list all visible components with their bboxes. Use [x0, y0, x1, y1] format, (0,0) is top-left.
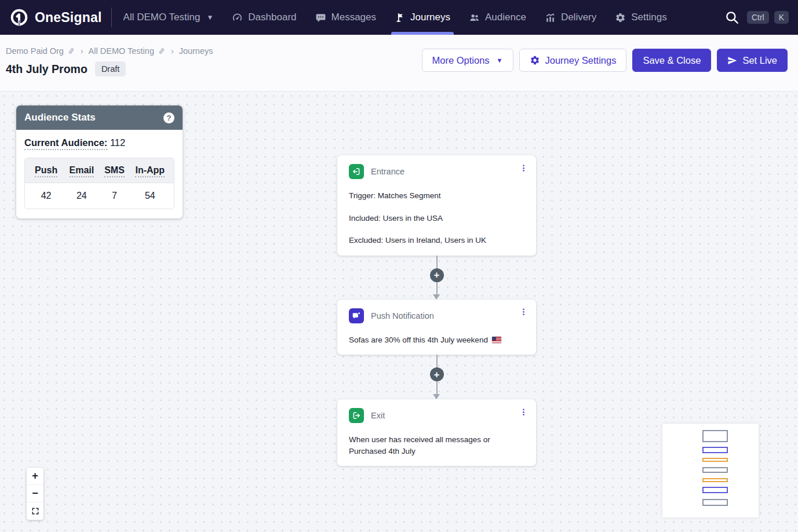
chevron-right-icon: › — [171, 46, 174, 56]
column-push: Push — [28, 165, 64, 176]
entrance-icon — [349, 164, 364, 179]
audience-stats-title: Audience Stats — [24, 112, 96, 123]
audience-stats-panel: Audience Stats ? Current Audience: 112 P… — [16, 105, 183, 218]
minimap-node — [702, 499, 728, 506]
brand-name: OneSignal — [35, 10, 102, 25]
node-title: Entrance — [371, 167, 405, 176]
gauge-icon — [232, 12, 243, 23]
chat-icon — [315, 12, 326, 23]
channel-stats-head: Push Email SMS In-App — [25, 158, 174, 183]
connector: + — [337, 256, 536, 300]
flag-icon — [395, 12, 405, 23]
node-head: Exit — [349, 408, 524, 423]
chevron-down-icon: ▼ — [497, 57, 503, 64]
search-icon[interactable] — [724, 10, 739, 25]
people-icon — [469, 12, 480, 23]
kebab-menu-icon[interactable] — [518, 307, 529, 318]
chevron-right-icon: › — [81, 46, 83, 56]
entrance-included: Included: Users in the USA — [349, 213, 524, 224]
minimap-node — [702, 458, 728, 462]
connector: + — [337, 355, 536, 399]
link-icon — [158, 47, 166, 55]
breadcrumb-app-link[interactable]: All DEMO Testing — [89, 46, 166, 56]
minimap-node — [702, 430, 728, 442]
zoom-out-button[interactable]: − — [27, 485, 43, 502]
value-email: 24 — [64, 191, 99, 201]
column-sms: SMS — [100, 165, 130, 176]
nav-right: Ctrl K — [724, 10, 789, 25]
link-icon — [67, 47, 75, 55]
column-email: Email — [64, 165, 99, 176]
kebab-menu-icon[interactable] — [518, 162, 529, 174]
app-selector-dropdown[interactable]: All DEMO Testing ▼ — [114, 0, 223, 35]
journey-flow: Entrance Trigger: Matches Segment Includ… — [337, 155, 536, 466]
nav-item-audience[interactable]: Audience — [460, 0, 535, 35]
onesignal-logo-icon — [9, 8, 29, 27]
page-title: 4th July Promo — [6, 63, 88, 76]
entrance-excluded: Excluded: Users in Ireland, Users in UK — [349, 235, 524, 246]
exit-icon — [349, 408, 364, 423]
nav-item-delivery[interactable]: Delivery — [535, 0, 606, 35]
node-push-notification[interactable]: Push Notification Sofas are 30% off this… — [337, 300, 536, 355]
journey-canvas[interactable]: Audience Stats ? Current Audience: 112 P… — [0, 92, 798, 532]
top-navbar: OneSignal All DEMO Testing ▼ Dashboard — [0, 0, 798, 35]
audience-stats-header: Audience Stats ? — [16, 105, 183, 130]
paper-plane-icon — [727, 56, 737, 65]
kebab-menu-icon[interactable] — [518, 406, 529, 418]
push-notification-icon — [349, 308, 364, 323]
more-options-button[interactable]: More Options ▼ — [422, 49, 513, 72]
chart-icon — [545, 12, 556, 23]
help-icon[interactable]: ? — [163, 112, 174, 123]
chevron-down-icon: ▼ — [206, 13, 213, 21]
audience-stats-body: Current Audience: 112 Push Email SMS In-… — [16, 130, 183, 218]
set-live-button[interactable]: Set Live — [717, 49, 788, 72]
add-step-button[interactable]: + — [430, 268, 444, 282]
value-sms: 7 — [100, 191, 130, 201]
node-head: Push Notification — [349, 308, 524, 323]
brand-logo[interactable]: OneSignal — [9, 8, 102, 27]
minimap[interactable] — [662, 424, 759, 518]
zoom-in-button[interactable]: + — [27, 468, 43, 485]
minimap-node — [702, 447, 728, 453]
push-message: Sofas are 30% off this 4th July weekend — [349, 334, 524, 346]
nav-item-dashboard[interactable]: Dashboard — [223, 0, 305, 35]
fit-view-button[interactable] — [27, 502, 43, 520]
shortcut-key-k: K — [774, 11, 789, 24]
node-head: Entrance — [349, 164, 524, 179]
node-title: Push Notification — [371, 311, 434, 320]
breadcrumb-org-link[interactable]: Demo Paid Org — [6, 46, 75, 56]
entrance-trigger: Trigger: Matches Segment — [349, 190, 524, 202]
node-entrance[interactable]: Entrance Trigger: Matches Segment Includ… — [337, 155, 536, 256]
current-audience-value: 112 — [110, 137, 125, 148]
zoom-controls: + − — [27, 468, 43, 520]
nav-item-messages[interactable]: Messages — [306, 0, 385, 35]
title-row: 4th July Promo Draft — [6, 61, 126, 76]
current-audience: Current Audience: 112 — [24, 137, 174, 148]
save-close-button[interactable]: Save & Close — [632, 49, 711, 72]
header-actions: More Options ▼ Journey Settings Save & C… — [422, 49, 788, 72]
breadcrumb-journeys[interactable]: Journeys — [179, 46, 213, 56]
us-flag-icon — [492, 337, 501, 343]
nav-divider — [111, 8, 112, 27]
status-badge: Draft — [95, 61, 126, 76]
journey-editor: OneSignal All DEMO Testing ▼ Dashboard — [0, 0, 798, 532]
journey-settings-button[interactable]: Journey Settings — [519, 49, 627, 72]
arrow-down-icon — [433, 294, 440, 300]
gear-icon — [615, 12, 626, 23]
nav-item-journeys[interactable]: Journeys — [385, 0, 460, 35]
value-inapp: 54 — [130, 191, 170, 201]
node-exit[interactable]: Exit When user has received all messages… — [337, 399, 536, 466]
column-inapp: In-App — [130, 165, 170, 176]
nav-items: All DEMO Testing ▼ Dashboard — [114, 0, 676, 35]
page-header: Demo Paid Org › All DEMO Testing — [0, 35, 798, 92]
channel-stats-values: 42 24 7 54 — [25, 183, 174, 209]
node-title: Exit — [371, 411, 385, 420]
add-step-button[interactable]: + — [430, 367, 444, 381]
value-push: 42 — [28, 191, 64, 201]
nav-item-settings[interactable]: Settings — [606, 0, 676, 35]
minimap-node — [702, 478, 728, 482]
current-audience-label: Current Audience: — [24, 137, 107, 150]
channel-stats-table: Push Email SMS In-App 42 24 7 54 — [24, 158, 174, 209]
arrow-down-icon — [433, 394, 440, 399]
shortcut-key-ctrl: Ctrl — [747, 11, 769, 24]
